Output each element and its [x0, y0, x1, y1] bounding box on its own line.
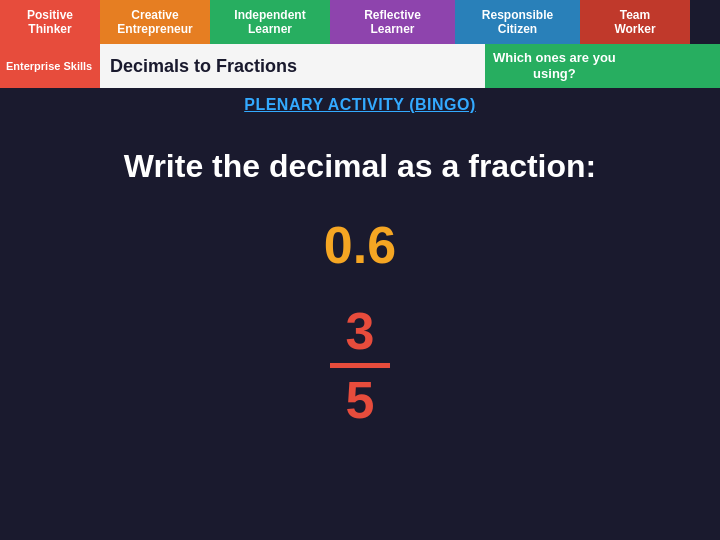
nav-team-worker[interactable]: Team Worker — [580, 0, 690, 44]
plenary-label: PLENARY ACTIVITY (BINGO) — [244, 96, 476, 114]
nav-reflective-learner[interactable]: Reflective Learner — [330, 0, 455, 44]
instruction-text: Write the decimal as a fraction: — [124, 148, 596, 185]
nav-responsible-citizen[interactable]: Responsible Citizen — [455, 0, 580, 44]
fraction-line — [330, 363, 390, 368]
fraction-display: 3 5 — [330, 305, 390, 426]
second-row: Enterprise Skills Decimals to Fractions … — [0, 44, 720, 88]
main-content: Write the decimal as a fraction: 0.6 3 5 — [0, 118, 720, 426]
fraction-numerator: 3 — [346, 305, 375, 357]
top-navigation: Positive Thinker Creative Entrepreneur I… — [0, 0, 720, 44]
nav-creative-entrepreneur[interactable]: Creative Entrepreneur — [100, 0, 210, 44]
plenary-row: PLENARY ACTIVITY (BINGO) — [0, 88, 720, 118]
lesson-title: Decimals to Fractions — [100, 44, 485, 88]
nav-independent-learner[interactable]: Independent Learner — [210, 0, 330, 44]
fraction-denominator: 5 — [346, 374, 375, 426]
which-ones-prompt: Which ones are you using? — [485, 44, 720, 88]
decimal-display: 0.6 — [324, 215, 396, 275]
enterprise-skills-label: Enterprise Skills — [0, 44, 100, 88]
nav-positive-thinker[interactable]: Positive Thinker — [0, 0, 100, 44]
